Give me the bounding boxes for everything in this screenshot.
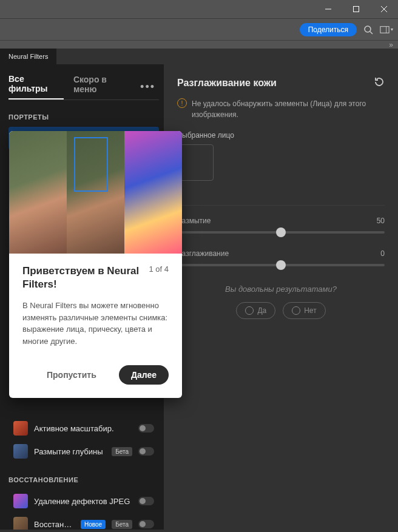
filter-toggle[interactable] — [138, 497, 154, 505]
filter-settings-panel: Разглаживание кожи ! Не удалось обнаружи… — [164, 64, 398, 530]
filter-thumb-icon — [13, 421, 28, 436]
svg-point-4 — [365, 26, 371, 32]
reset-icon[interactable] — [374, 76, 385, 90]
filter-toggle[interactable] — [138, 520, 154, 528]
panel-title: Разглаживание кожи — [177, 78, 277, 89]
feedback-no-button[interactable]: Нет — [283, 302, 325, 319]
category-restore: ВОССТАНОВЛЕНИЕ — [8, 476, 159, 483]
popover-title: Приветствуем в Neural Filters! — [22, 264, 143, 291]
tab-all-filters[interactable]: Все фильтры — [8, 74, 64, 99]
filter-photo-restore[interactable]: Восстано... Новое Бета — [8, 513, 159, 530]
maximize-button[interactable] — [342, 0, 370, 18]
tab-coming-soon[interactable]: Скоро в меню — [73, 75, 130, 99]
selected-face-preview[interactable] — [177, 144, 214, 181]
svg-rect-1 — [354, 7, 359, 12]
filter-label: Удаление дефектов JPEG — [34, 497, 132, 506]
face-detection-box-icon — [74, 137, 108, 192]
more-icon[interactable]: ••• — [140, 81, 159, 93]
filter-thumb-icon — [13, 444, 28, 459]
feedback-yes-button[interactable]: Да — [236, 302, 275, 319]
filter-toggle[interactable] — [138, 424, 154, 433]
slider-smooth-value: 0 — [380, 249, 385, 258]
svg-rect-6 — [380, 26, 389, 33]
slider-blur[interactable] — [177, 231, 385, 234]
filter-super-zoom[interactable]: Активное масштабир. — [8, 417, 159, 440]
share-button[interactable]: Поделиться — [300, 23, 357, 36]
slider-blur-label: Размытие — [177, 217, 211, 225]
slider-smooth[interactable] — [177, 264, 385, 266]
filter-jpeg-artifacts[interactable]: Удаление дефектов JPEG — [8, 490, 159, 513]
filter-toggle[interactable] — [138, 447, 154, 456]
filter-thumb-icon — [13, 517, 28, 530]
divider — [177, 205, 385, 206]
warning-icon: ! — [177, 98, 187, 108]
onboarding-popover: Приветствуем в Neural Filters! 1 of 4 В … — [9, 131, 182, 398]
sad-face-icon — [292, 306, 300, 315]
filter-label: Размытие глубины — [34, 447, 106, 456]
filter-depth-blur[interactable]: Размытие глубины Бета — [8, 440, 159, 463]
panel-expand-chevrons[interactable]: » — [0, 40, 398, 49]
beta-badge: Бета — [112, 447, 132, 456]
popover-description: В Neural Filters вы можете мгновенно изм… — [22, 300, 169, 347]
top-toolbar: Поделиться ▾ — [0, 18, 398, 40]
filter-label: Активное масштабир. — [34, 424, 132, 433]
slider-thumb[interactable] — [276, 260, 286, 270]
search-icon[interactable] — [362, 23, 375, 36]
beta-badge: Бета — [112, 520, 132, 529]
svg-line-5 — [370, 32, 373, 34]
neural-filters-tab[interactable]: Neural Filters — [0, 49, 56, 64]
panel-tabbar: Neural Filters — [0, 49, 398, 64]
warning-text: Не удалось обнаружить элементы (Лица) дл… — [192, 98, 385, 120]
feedback-question: Вы довольны результатами? — [177, 285, 385, 294]
filter-label: Восстано... — [34, 520, 75, 529]
next-button[interactable]: Далее — [119, 365, 169, 385]
happy-face-icon — [245, 306, 254, 315]
filter-thumb-icon — [13, 494, 28, 508]
slider-blur-value: 50 — [377, 217, 385, 225]
popover-preview-image — [9, 131, 182, 254]
minimize-button[interactable] — [314, 0, 342, 18]
window-titlebar — [0, 0, 398, 18]
close-button[interactable] — [370, 0, 398, 18]
selected-face-label: Выбранное лицо — [177, 131, 385, 140]
skip-button[interactable]: Пропустить — [22, 370, 96, 380]
category-portraits: ПОРТРЕТЫ — [8, 113, 159, 121]
popover-step-counter: 1 of 4 — [149, 264, 169, 274]
slider-thumb[interactable] — [276, 227, 286, 237]
workspace-icon[interactable]: ▾ — [380, 23, 393, 36]
slider-smooth-label: Разглаживание — [177, 249, 229, 258]
new-badge: Новое — [81, 520, 106, 529]
